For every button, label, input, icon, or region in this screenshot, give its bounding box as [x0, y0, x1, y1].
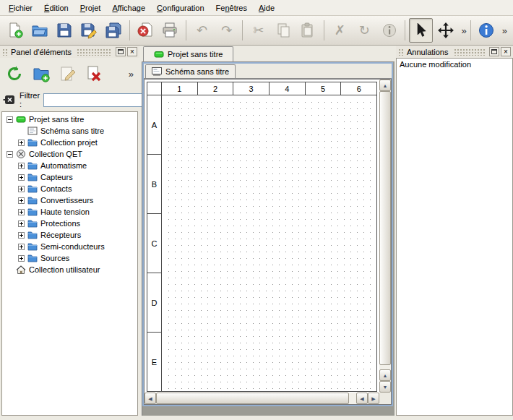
save-button[interactable]: [52, 18, 76, 43]
redo-button[interactable]: ↷: [215, 18, 238, 43]
scroll-up-button[interactable]: ▲: [379, 80, 391, 91]
schema-tabbar: Schéma sans titre: [144, 64, 392, 79]
about-qet-button[interactable]: [475, 18, 499, 43]
cut-icon: ✂: [253, 24, 264, 37]
tree-item-protections[interactable]: Protections: [2, 218, 137, 229]
tree-item-capteurs[interactable]: Capteurs: [2, 171, 137, 183]
expander-plus-icon[interactable]: [18, 232, 25, 239]
tree-item-schema-sans-titre[interactable]: Schéma sans titre: [2, 125, 137, 137]
save-icon: [56, 22, 73, 39]
undo-dock-title: Annulations: [404, 48, 452, 56]
save-all-button[interactable]: [102, 18, 126, 43]
tree-item-automatisme[interactable]: Automatisme: [2, 160, 137, 171]
clear-filter-button[interactable]: [3, 94, 16, 106]
vertical-scrollbar[interactable]: ▲ ▲ ▼: [379, 80, 391, 393]
reload-collections-button[interactable]: [3, 62, 26, 85]
element-info-button[interactable]: [377, 18, 401, 43]
horizontal-scrollbar[interactable]: ◀ ◀ ▶: [145, 393, 379, 404]
tree-item-haute-tension[interactable]: Haute tension: [2, 206, 137, 218]
tree-item-collection-utilisateur[interactable]: Collection utilisateur: [2, 264, 137, 275]
edit-element-button[interactable]: [56, 62, 79, 85]
expander-plus-icon[interactable]: [18, 209, 25, 215]
undo-button[interactable]: ↶: [190, 18, 214, 43]
expander-plus-icon[interactable]: [18, 140, 25, 146]
filter-input[interactable]: [43, 93, 152, 107]
dock-float-button[interactable]: [116, 47, 126, 56]
pan-mode-button[interactable]: [434, 18, 457, 43]
tree-item-sources[interactable]: Sources: [2, 252, 137, 264]
menu-projet[interactable]: Projet: [74, 1, 107, 14]
tree-item-collection-qet[interactable]: Collection QET: [2, 148, 137, 160]
tree-item-label: Projet sans titre: [29, 115, 84, 124]
save-as-button[interactable]: [77, 18, 100, 43]
scroll-left-button[interactable]: ◀: [145, 393, 156, 404]
toolbar-separator: [470, 20, 471, 40]
expander-plus-icon[interactable]: [18, 255, 25, 262]
delete-button[interactable]: ✗: [328, 18, 352, 43]
project-tabbar: Projet sans titre: [142, 46, 395, 62]
mdi-workspace: Schéma sans titre 1 2 3 4: [142, 62, 395, 416]
dock-grip[interactable]: [454, 48, 486, 56]
scroll-up-button-bottom[interactable]: ▲: [379, 369, 391, 381]
expander-minus-icon[interactable]: [7, 116, 13, 123]
dock-grip[interactable]: [398, 48, 404, 56]
new-element-button[interactable]: [30, 62, 53, 85]
dock-close-button[interactable]: ×: [501, 47, 511, 56]
tree-item-convertisseurs[interactable]: Convertisseurs: [2, 194, 137, 206]
folder-icon: [27, 172, 38, 182]
dock-grip[interactable]: [2, 48, 8, 56]
menu-bar: Fichier Édition Projet Affichage Configu…: [0, 0, 513, 16]
paste-button[interactable]: [296, 18, 320, 43]
select-mode-button[interactable]: [409, 18, 433, 43]
menu-edition[interactable]: Édition: [38, 1, 74, 14]
delete-element-button[interactable]: [83, 62, 106, 85]
elements-panel-titlebar[interactable]: Panel d'éléments ×: [0, 46, 139, 58]
row-label: A: [147, 95, 161, 155]
menu-configuration[interactable]: Configuration: [151, 1, 210, 14]
dot-grid[interactable]: [163, 96, 376, 391]
tree-item-collection-projet[interactable]: Collection projet: [2, 137, 137, 148]
expander-plus-icon[interactable]: [18, 197, 25, 204]
expander-plus-icon[interactable]: [18, 163, 25, 169]
cut-button[interactable]: ✂: [246, 18, 270, 43]
toolbar-overflow-chevron-right[interactable]: »: [499, 25, 510, 36]
undo-history-item[interactable]: Aucune modification: [397, 59, 512, 70]
tree-item-projet-sans-titre[interactable]: Projet sans titre: [2, 113, 137, 125]
menu-fichier[interactable]: Fichier: [3, 1, 38, 14]
project-icon: [154, 49, 164, 59]
scroll-down-button[interactable]: ▼: [379, 381, 391, 393]
expander-plus-icon[interactable]: [18, 220, 25, 227]
menu-aide[interactable]: Aide: [253, 1, 280, 14]
expander-plus-icon[interactable]: [18, 186, 25, 192]
dock-grip[interactable]: [77, 48, 112, 56]
close-file-button[interactable]: [134, 18, 158, 43]
schema-canvas[interactable]: 1 2 3 4 5 6 A B C: [145, 80, 379, 393]
print-button[interactable]: [158, 18, 182, 43]
column-label: 5: [306, 82, 342, 95]
panel-overflow-chevron[interactable]: »: [126, 69, 137, 80]
horizontal-scroll-thumb[interactable]: [156, 393, 349, 404]
rotate-button[interactable]: ↻: [353, 18, 376, 43]
expander-plus-icon[interactable]: [18, 244, 25, 250]
expander-plus-icon[interactable]: [18, 174, 25, 181]
scroll-right-button[interactable]: ▶: [368, 393, 379, 404]
scroll-left-button-right[interactable]: ◀: [356, 393, 368, 404]
tab-schema-sans-titre[interactable]: Schéma sans titre: [145, 64, 236, 78]
menu-fenetres[interactable]: Fenêtres: [210, 1, 253, 14]
tab-projet-sans-titre[interactable]: Projet sans titre: [143, 46, 233, 61]
dock-float-button[interactable]: [489, 47, 499, 56]
open-project-button[interactable]: [27, 18, 51, 43]
tree-item-semi-conducteurs[interactable]: Semi-conducteurs: [2, 241, 137, 252]
dock-close-button[interactable]: ×: [127, 47, 137, 56]
schema-view: 1 2 3 4 5 6 A B C: [144, 79, 392, 405]
toolbar-overflow-chevron[interactable]: »: [458, 25, 469, 36]
expander-minus-icon[interactable]: [7, 151, 13, 158]
menu-affichage[interactable]: Affichage: [106, 1, 151, 14]
undo-dock: Annulations × Aucune modification: [396, 46, 513, 416]
copy-button[interactable]: [271, 18, 295, 43]
tree-item-recepteurs[interactable]: Récepteurs: [2, 229, 137, 241]
vertical-scroll-thumb[interactable]: [379, 91, 391, 365]
new-project-button[interactable]: [3, 18, 27, 43]
tree-item-contacts[interactable]: Contacts: [2, 183, 137, 194]
undo-dock-titlebar[interactable]: Annulations ×: [396, 46, 513, 58]
